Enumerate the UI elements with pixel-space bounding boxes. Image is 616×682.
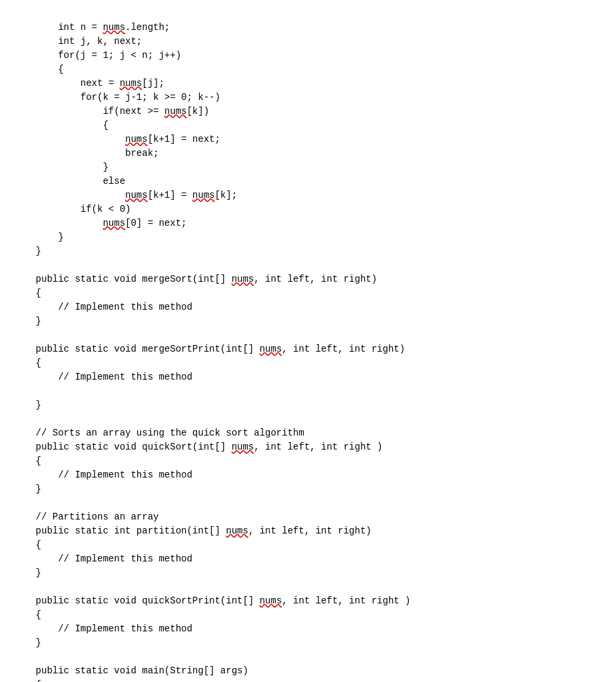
underlined-identifier: nums: [232, 274, 254, 284]
code-line: break;: [13, 147, 603, 161]
code-text: {: [13, 288, 41, 298]
underlined-identifier: nums: [103, 22, 125, 33]
underlined-identifier: nums: [260, 595, 282, 606]
code-text: {: [13, 120, 109, 131]
code-text: }: [13, 484, 41, 494]
code-line: [13, 328, 603, 342]
code-line: [13, 496, 603, 510]
code-text: , int left, int right ): [254, 442, 382, 452]
code-text: for(j = 1; j < n; j++): [13, 50, 181, 61]
code-text: public static void mergeSort(int[]: [13, 274, 232, 284]
code-text: // Sorts an array using the quick sort a…: [13, 428, 304, 438]
code-text: [j];: [142, 78, 164, 89]
code-text: // Partitions an array: [13, 512, 158, 522]
code-text: // Implement this method: [13, 302, 192, 312]
code-line: public static void mergeSort(int[] nums,…: [13, 272, 603, 286]
code-text: {: [13, 64, 64, 75]
code-text: [k+1] =: [148, 190, 192, 200]
code-line: }: [13, 482, 603, 496]
code-line: for(j = 1; j < n; j++): [13, 49, 603, 63]
code-text: next =: [13, 78, 120, 89]
code-line: else: [13, 174, 603, 188]
underlined-identifier: nums: [260, 344, 282, 354]
code-line: {: [13, 454, 603, 468]
code-line: }: [13, 244, 603, 258]
code-text: , int left, int right): [254, 274, 377, 284]
underlined-identifier: nums: [125, 134, 148, 145]
code-line: }: [13, 398, 603, 412]
code-text: [0] = next;: [125, 218, 186, 228]
code-text: public static void main(String[] args): [13, 665, 248, 676]
code-text: int j, k, next;: [13, 36, 142, 47]
code-text: , int left, int right): [282, 344, 405, 354]
code-line: }: [13, 566, 603, 580]
underlined-identifier: nums: [226, 525, 248, 536]
code-line: public static void mergeSortPrint(int[] …: [13, 342, 603, 356]
code-line: // Implement this method: [13, 370, 603, 384]
underlined-identifier: nums: [164, 106, 187, 117]
code-line: }: [13, 161, 603, 174]
code-text: // Implement this method: [13, 623, 192, 634]
code-line: next = nums[j];: [13, 77, 603, 91]
code-text: [13, 134, 125, 145]
code-line: {: [13, 119, 603, 133]
code-line: // Implement this method: [13, 300, 603, 314]
code-text: }: [13, 637, 41, 648]
code-line: // Partitions an array: [13, 510, 603, 524]
code-line: }: [13, 314, 603, 328]
code-text: {: [13, 358, 41, 368]
code-text: }: [13, 316, 41, 326]
code-text: {: [13, 539, 41, 550]
underlined-identifier: nums: [120, 78, 143, 89]
code-text: }: [13, 400, 41, 410]
code-line: public static void quickSortPrint(int[] …: [13, 594, 603, 608]
code-text: else: [13, 176, 125, 186]
code-line: {: [13, 678, 603, 682]
code-line: int j, k, next;: [13, 35, 603, 49]
code-text: {: [13, 679, 41, 682]
code-line: [13, 412, 603, 426]
underlined-identifier: nums: [192, 190, 215, 200]
code-line: if(k < 0): [13, 202, 603, 216]
code-line: nums[k+1] = next;: [13, 133, 603, 147]
code-text: if(next >=: [13, 106, 164, 117]
code-text: {: [13, 456, 41, 466]
code-text: // Implement this method: [13, 470, 192, 480]
code-line: public static void main(String[] args): [13, 664, 603, 678]
code-line: int n = nums.length;: [13, 21, 603, 35]
code-line: [13, 650, 603, 664]
code-line: [13, 384, 603, 398]
code-text: public static int partition(int[]: [13, 525, 226, 536]
code-text: break;: [13, 148, 158, 159]
code-text: , int left, int right ): [282, 595, 410, 606]
code-line: {: [13, 63, 603, 77]
code-line: [13, 258, 603, 272]
code-line: nums[k+1] = nums[k];: [13, 188, 603, 202]
code-line: for(k = j-1; k >= 0; k--): [13, 91, 603, 105]
code-text: if(k < 0): [13, 204, 131, 214]
code-line: {: [13, 356, 603, 370]
code-line: [13, 580, 603, 594]
code-line: public static void quickSort(int[] nums,…: [13, 440, 603, 454]
code-text: }: [13, 232, 64, 242]
code-text: [k];: [214, 190, 237, 200]
code-text: // Implement this method: [13, 553, 192, 564]
code-line: if(next >= nums[k]): [13, 105, 603, 119]
code-text: }: [13, 162, 109, 172]
code-text: int n =: [13, 22, 103, 33]
code-line: {: [13, 286, 603, 300]
code-line: }: [13, 230, 603, 244]
code-text: }: [13, 246, 41, 256]
code-line: // Implement this method: [13, 468, 603, 482]
code-line: nums[0] = next;: [13, 216, 603, 230]
code-block: int n = nums.length; int j, k, next; for…: [0, 0, 616, 682]
code-text: for(k = j-1; k >= 0; k--): [13, 92, 220, 103]
code-line: // Sorts an array using the quick sort a…: [13, 426, 603, 440]
underlined-identifier: nums: [232, 442, 254, 452]
code-text: }: [13, 567, 41, 578]
code-text: public static void mergeSortPrint(int[]: [13, 344, 260, 354]
code-line: // Implement this method: [13, 622, 603, 636]
code-line: {: [13, 538, 603, 552]
code-text: public static void quickSort(int[]: [13, 442, 232, 452]
code-text: [k+1] = next;: [148, 134, 220, 145]
